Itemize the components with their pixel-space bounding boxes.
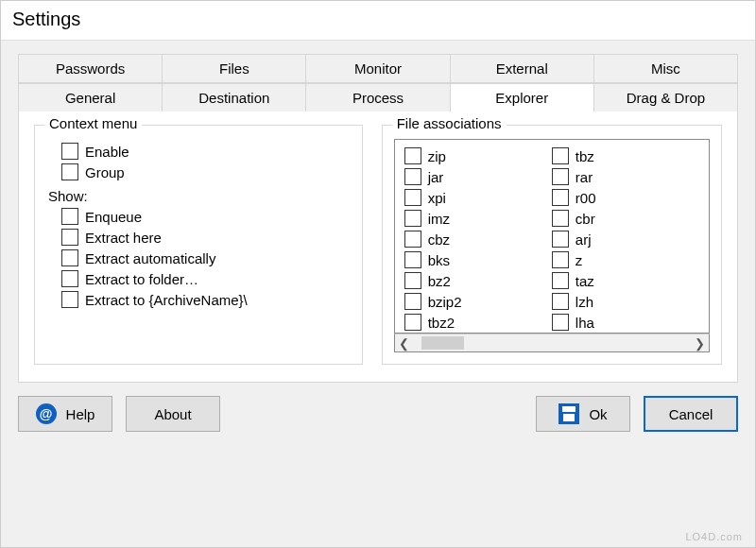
checkbox-jar[interactable]: [404, 168, 421, 185]
at-icon: @: [36, 403, 57, 424]
label-tbz2: tbz2: [428, 315, 455, 331]
button-group-left: @ Help About: [18, 396, 220, 432]
checkbox-extract-here-row: Extract here: [61, 229, 349, 246]
checkbox-extract-auto-row: Extract automatically: [61, 249, 349, 266]
checkbox-group[interactable]: [61, 163, 78, 180]
tab-monitor[interactable]: Monitor: [305, 54, 450, 83]
ok-button-label: Ok: [589, 406, 607, 422]
label-zip: zip: [428, 148, 446, 164]
checkbox-bzip2[interactable]: [404, 293, 421, 310]
label-lzh: lzh: [576, 294, 593, 310]
checkbox-enqueue-label: Enqueue: [85, 209, 142, 225]
checkbox-extract-auto[interactable]: [61, 249, 78, 266]
about-button[interactable]: About: [126, 396, 220, 432]
tab-process[interactable]: Process: [305, 83, 450, 112]
label-tbz: tbz: [576, 148, 594, 164]
checkbox-cbr[interactable]: [552, 210, 569, 227]
label-imz: imz: [428, 211, 450, 227]
label-cbz: cbz: [428, 231, 450, 248]
checkbox-enable[interactable]: [61, 143, 78, 160]
help-button-label: Help: [66, 406, 95, 422]
checkbox-cbz[interactable]: [404, 231, 421, 248]
checkbox-rar[interactable]: [552, 168, 569, 185]
tab-row-1: Passwords Files Monitor External Misc: [18, 54, 738, 83]
tab-general[interactable]: General: [18, 83, 163, 112]
label-bz2: bz2: [428, 273, 451, 289]
checkbox-enable-row: Enable: [61, 143, 349, 160]
file-assoc-col-2: tbz rar r00 cbr arj z taz lzh lha: [552, 146, 699, 333]
tab-panel-explorer: Context menu Enable Group Show: Enqueue: [18, 111, 738, 383]
tab-external[interactable]: External: [450, 54, 594, 83]
context-menu-legend: Context menu: [44, 115, 142, 131]
checkbox-extract-archive[interactable]: [61, 291, 78, 308]
tab-explorer[interactable]: Explorer: [450, 83, 594, 112]
checkbox-extract-here-label: Extract here: [85, 230, 162, 246]
checkbox-zip[interactable]: [404, 147, 421, 164]
file-assoc-legend: File associations: [392, 115, 507, 131]
checkbox-imz[interactable]: [404, 210, 421, 227]
scroll-left-icon[interactable]: ❮: [399, 336, 409, 351]
label-z: z: [576, 252, 583, 268]
checkbox-bks[interactable]: [404, 251, 421, 268]
checkbox-group-label: Group: [85, 164, 125, 180]
checkbox-bz2[interactable]: [404, 272, 421, 289]
label-lha: lha: [576, 315, 594, 331]
checkbox-lha[interactable]: [552, 314, 569, 331]
help-button[interactable]: @ Help: [18, 396, 112, 432]
checkbox-group-row: Group: [61, 163, 349, 180]
save-icon: [558, 403, 579, 424]
label-r00: r00: [576, 190, 596, 206]
label-xpi: xpi: [428, 190, 446, 206]
checkbox-r00[interactable]: [552, 189, 569, 206]
tab-passwords[interactable]: Passwords: [18, 54, 163, 83]
file-assoc-scrollbar[interactable]: ❮ ❯: [394, 334, 710, 352]
checkbox-arj[interactable]: [552, 231, 569, 248]
label-jar: jar: [428, 169, 444, 185]
file-assoc-col-1: zip jar xpi imz cbz bks bz2 bzip2 tbz2: [404, 146, 552, 333]
window-title: Settings: [1, 1, 755, 41]
checkbox-extract-folder[interactable]: [61, 270, 78, 287]
checkbox-enable-label: Enable: [85, 144, 129, 160]
checkbox-extract-archive-row: Extract to {ArchiveName}\: [61, 291, 349, 308]
checkbox-z[interactable]: [552, 251, 569, 268]
tab-files[interactable]: Files: [162, 54, 306, 83]
checkbox-taz[interactable]: [552, 272, 569, 289]
tab-misc[interactable]: Misc: [593, 54, 738, 83]
checkbox-extract-folder-row: Extract to folder…: [61, 270, 349, 287]
scroll-right-icon[interactable]: ❯: [695, 336, 705, 351]
checkbox-tbz2[interactable]: [404, 314, 421, 331]
cancel-button[interactable]: Cancel: [644, 396, 738, 432]
tab-row-2: General Destination Process Explorer Dra…: [18, 83, 738, 112]
checkbox-extract-archive-label: Extract to {ArchiveName}\: [85, 292, 248, 308]
label-arj: arj: [576, 231, 592, 248]
context-menu-group: Context menu Enable Group Show: Enqueue: [34, 125, 363, 365]
cancel-button-label: Cancel: [669, 406, 713, 422]
tab-destination[interactable]: Destination: [162, 83, 306, 112]
checkbox-tbz[interactable]: [552, 147, 569, 164]
checkbox-xpi[interactable]: [404, 189, 421, 206]
button-bar: @ Help About Ok Cancel: [18, 383, 738, 432]
label-taz: taz: [576, 273, 594, 289]
label-rar: rar: [576, 169, 593, 185]
file-assoc-list[interactable]: zip jar xpi imz cbz bks bz2 bzip2 tbz2 t…: [394, 139, 710, 334]
content-area: Passwords Files Monitor External Misc Ge…: [1, 41, 755, 547]
scroll-thumb[interactable]: [421, 336, 464, 350]
file-assoc-group: File associations zip jar xpi imz cbz bk…: [382, 125, 722, 365]
about-button-label: About: [154, 406, 191, 422]
show-label: Show:: [48, 188, 349, 204]
checkbox-enqueue-row: Enqueue: [61, 208, 349, 225]
tab-control: Passwords Files Monitor External Misc Ge…: [18, 54, 738, 383]
settings-window: Settings Passwords Files Monitor Externa…: [0, 0, 756, 548]
checkbox-extract-folder-label: Extract to folder…: [85, 271, 198, 287]
label-bzip2: bzip2: [428, 294, 462, 310]
label-bks: bks: [428, 252, 450, 268]
tab-drag-drop[interactable]: Drag & Drop: [593, 83, 738, 112]
checkbox-extract-auto-label: Extract automatically: [85, 250, 215, 266]
ok-button[interactable]: Ok: [536, 396, 630, 432]
button-group-right: Ok Cancel: [536, 396, 738, 432]
checkbox-extract-here[interactable]: [61, 229, 78, 246]
checkbox-lzh[interactable]: [552, 293, 569, 310]
checkbox-enqueue[interactable]: [61, 208, 78, 225]
label-cbr: cbr: [576, 211, 595, 227]
